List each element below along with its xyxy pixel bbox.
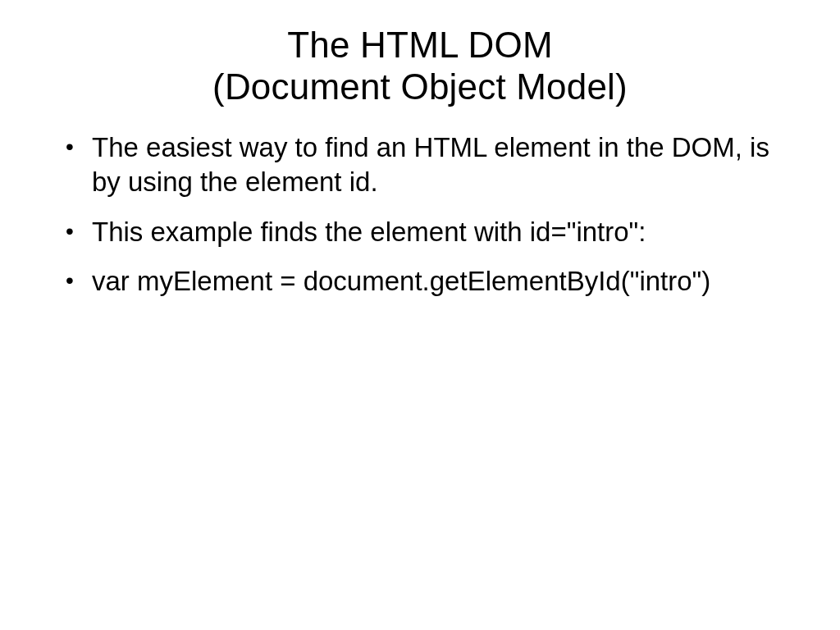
slide-content: The easiest way to find an HTML element …	[49, 130, 791, 299]
bullet-text: var myElement = document.getElementById(…	[92, 266, 710, 296]
bullet-list: The easiest way to find an HTML element …	[57, 130, 791, 299]
title-line-2: (Document Object Model)	[212, 66, 628, 107]
list-item: var myElement = document.getElementById(…	[57, 264, 791, 299]
list-item: This example finds the element with id="…	[57, 215, 791, 249]
list-item: The easiest way to find an HTML element …	[57, 130, 791, 199]
bullet-text: The easiest way to find an HTML element …	[92, 132, 769, 197]
slide-title: The HTML DOM (Document Object Model)	[49, 25, 791, 107]
bullet-text: This example finds the element with id="…	[92, 217, 646, 247]
title-line-1: The HTML DOM	[287, 25, 552, 65]
